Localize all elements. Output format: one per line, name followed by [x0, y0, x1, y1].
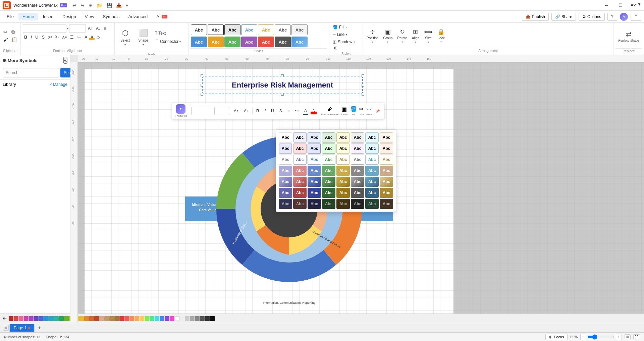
ps-3-2[interactable]: Abc	[293, 155, 307, 165]
ft-font-input[interactable]: Arial	[191, 107, 215, 115]
color-light-red[interactable]	[124, 316, 129, 321]
title-container[interactable]: Enterprise Risk Management	[202, 76, 363, 94]
ps-4-2[interactable]: Abc	[293, 166, 307, 176]
color-tan[interactable]	[99, 316, 104, 321]
color-brown-light[interactable]	[104, 316, 109, 321]
ps-1-1[interactable]: Abc	[279, 132, 292, 143]
select-btn[interactable]: ⬡ Select ▾	[117, 24, 133, 51]
strikethrough-btn[interactable]: S	[40, 34, 46, 40]
ps-2-7[interactable]: Abc	[365, 144, 379, 154]
shape-btn[interactable]: ⬜ Shape ▾	[135, 24, 152, 51]
ps-4-5[interactable]: Abc	[336, 166, 350, 176]
color-green[interactable]	[59, 316, 64, 321]
highlight-btn[interactable]: A	[89, 34, 95, 40]
ps-1-7[interactable]: Abc	[365, 132, 379, 143]
ps-1-4[interactable]: Abc	[322, 132, 335, 143]
ps-3-6[interactable]: Abc	[351, 155, 364, 165]
ps-6-1[interactable]: Abc	[279, 188, 292, 198]
handle-ml[interactable]	[201, 84, 203, 87]
ps-3-5[interactable]: Abc	[336, 155, 350, 165]
handle-tm[interactable]	[281, 74, 284, 77]
color-brown[interactable]	[109, 316, 114, 321]
color-sky[interactable]	[44, 316, 49, 321]
ft-bold-btn[interactable]: B	[255, 108, 261, 114]
ps-3-7[interactable]: Abc	[365, 155, 379, 165]
menu-design[interactable]: Design	[58, 13, 80, 20]
color-bright-purple[interactable]	[165, 316, 169, 321]
style-swatch-2[interactable]: Abc	[208, 24, 224, 35]
ps-1-3[interactable]: Abc	[308, 132, 321, 143]
color-teal[interactable]	[54, 316, 59, 321]
color-white[interactable]	[175, 316, 179, 321]
canvas-area[interactable]: -30 -20 -10 0 10 20 30 40 50 60 70 80 90…	[70, 55, 644, 322]
ps-2-1[interactable]: Abc	[279, 144, 292, 154]
style-swatch-7[interactable]: Abc	[291, 24, 308, 35]
manage-link[interactable]: ✓ Manage	[49, 82, 67, 87]
color-burnt[interactable]	[89, 316, 94, 321]
help-btn[interactable]: ?	[607, 13, 617, 21]
color-blue[interactable]	[39, 316, 44, 321]
zoom-in-btn[interactable]: +	[616, 334, 622, 340]
ps-5-5[interactable]: Abc	[336, 177, 350, 187]
style-swatch-6[interactable]: Abc	[275, 24, 291, 35]
ft-strike-btn[interactable]: S	[278, 108, 284, 114]
minimize-btn[interactable]: ─	[600, 1, 613, 10]
options-btn[interactable]: ⚙ Options	[579, 13, 605, 21]
ps-7-7[interactable]: Abc	[365, 199, 379, 209]
publish-btn[interactable]: 📤 Publish	[522, 13, 549, 21]
ps-5-1[interactable]: Abc	[279, 177, 292, 187]
replace-shape-btn[interactable]: ⇄ Replace Shape	[615, 24, 642, 48]
more-title-btn[interactable]: ▾	[124, 2, 129, 9]
style-swatch-14[interactable]: Abc	[291, 37, 308, 47]
ps-6-6[interactable]: Abc	[351, 188, 364, 198]
style-swatch-1[interactable]: Abc	[191, 24, 207, 35]
color-bright-red[interactable]	[119, 316, 124, 321]
superscript-btn[interactable]: X²	[47, 35, 53, 40]
size-btn[interactable]: ⟺ Size ▾	[422, 27, 434, 45]
color-amber[interactable]	[79, 316, 84, 321]
color-mint[interactable]	[150, 316, 154, 321]
ps-7-4[interactable]: Abc	[322, 199, 335, 209]
color-peach[interactable]	[135, 316, 139, 321]
color-mid-gray[interactable]	[185, 316, 190, 321]
palette-edit-btn[interactable]: ✏	[3, 316, 7, 321]
share-btn[interactable]: 🔗 Share	[551, 13, 576, 21]
ps-4-3[interactable]: Abc	[308, 166, 321, 176]
shadow-btn[interactable]: ◫ Shadow ▾	[331, 39, 358, 45]
font-family-select[interactable]: Arial	[23, 24, 66, 33]
menu-home[interactable]: Home	[18, 13, 38, 20]
color-lime[interactable]	[64, 316, 69, 321]
color-darker-gray[interactable]	[200, 316, 205, 321]
ps-1-6[interactable]: Abc	[351, 132, 364, 143]
ps-2-2[interactable]: Abc	[293, 144, 307, 154]
ps-7-8[interactable]: Abc	[380, 199, 393, 209]
copy-btn[interactable]: ⧉	[10, 29, 18, 36]
ft-more-btn[interactable]: ⋯ More	[366, 106, 372, 116]
collapse-panel-btn[interactable]: ⌃	[631, 13, 641, 21]
handle-tr[interactable]	[362, 74, 364, 77]
ps-5-4[interactable]: Abc	[322, 177, 335, 187]
ps-4-8[interactable]: Abc	[380, 166, 393, 176]
ft-decr-btn[interactable]: A↓	[242, 108, 250, 114]
new-btn[interactable]: ⊞	[87, 2, 94, 9]
ps-6-5[interactable]: Abc	[336, 188, 350, 198]
ps-3-4[interactable]: Abc	[322, 155, 335, 165]
italic-btn[interactable]: I	[29, 34, 33, 40]
handle-tl[interactable]	[201, 74, 203, 77]
focus-btn[interactable]: ◎ Focus	[545, 334, 568, 340]
menu-ai[interactable]: AI hot	[152, 13, 171, 20]
ps-7-5[interactable]: Abc	[336, 199, 350, 209]
ft-size-input[interactable]: 24	[217, 107, 230, 115]
position-btn[interactable]: ⊹ Position ▾	[365, 27, 380, 45]
ps-6-8[interactable]: Abc	[380, 188, 393, 198]
color-red[interactable]	[9, 316, 13, 321]
tab-page1[interactable]: Page-1	[9, 324, 35, 332]
color-dark-gray[interactable]	[195, 316, 200, 321]
align-btn[interactable]: ≡	[103, 25, 108, 32]
color-bright-green[interactable]	[145, 316, 149, 321]
align-btn-main[interactable]: ⊞ Align ▾	[410, 27, 421, 45]
group-btn[interactable]: ▣ Group ▾	[382, 27, 394, 45]
color-red2[interactable]	[14, 316, 18, 321]
color-salmon[interactable]	[129, 316, 134, 321]
ps-2-8[interactable]: Abc	[380, 144, 393, 154]
